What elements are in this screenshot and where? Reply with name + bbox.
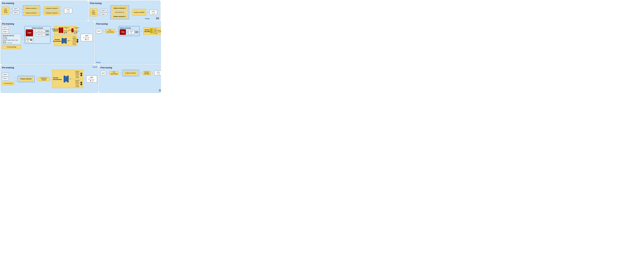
c-pretrain-content: Input 2 Input 1 Pre-processing → → Featu… xyxy=(2,70,97,88)
b-mlp-label: MLP xyxy=(69,29,72,31)
b-proj2: Projection 2 (Bsize, P) xyxy=(59,27,69,33)
c-mlp-label: MLP xyxy=(69,78,72,80)
c-loss-box: Loss L = L_u − βL_d xyxy=(86,75,97,83)
b-fixed-label: Fixed xyxy=(96,61,100,63)
a-arr-pn-col: → → xyxy=(41,8,43,13)
b-dd-inner: MLP → Pred. domain label (S_hat) (Bsize,… xyxy=(62,36,78,45)
c-dd-inner: MLP → Domain logits 2 (S_hat) (Bsize, |c… xyxy=(64,71,82,87)
c-dd-box: Domain discriminator MLP → xyxy=(52,70,83,88)
bf-latent: Latent rep. xyxy=(128,30,134,34)
b-mlp-bars xyxy=(62,38,66,44)
bf-preprocess: Pre-processing xyxy=(105,29,115,33)
c-finetune-content: Input* → Pre-processing → Feature extrac… xyxy=(100,70,161,76)
a-pn-group: Projection network 2 Projection network … xyxy=(44,6,60,15)
b-cylinders2 xyxy=(59,27,63,33)
label-a: (a) xyxy=(156,17,159,19)
arrow-to-input1: → xyxy=(10,11,12,13)
a-loss-box: Loss L_u xyxy=(64,8,72,13)
b-fe-inner: CNN → Latent rep. 2 Latent r xyxy=(26,29,49,36)
cf-loss-box: Loss L_a xyxy=(154,70,161,75)
c-input1: Input 1 xyxy=(2,77,9,80)
b-latent1: Latent rep. 1 xyxy=(36,33,49,36)
af-fe-group: Feature extractor 2 Fused latent rep. Fe… xyxy=(110,5,129,19)
a-input1-row: → Input 1 xyxy=(10,11,19,14)
a-fe-group: Feature extractor 2 Feature extractor 1 xyxy=(23,5,40,16)
c-preprocess: Pre-processing xyxy=(2,82,14,85)
cf-fe-box: Feature extractor xyxy=(122,70,139,76)
af-input1: Input 1 xyxy=(100,13,107,16)
a-finetune-content: Pre- proce- ssing → Input 2 → Input 1 → xyxy=(90,5,159,19)
b-input2-row: Input 2 xyxy=(2,26,21,29)
b-proj1: Projection 1 (Bsize, P) xyxy=(72,27,79,33)
bf-gc-box: Gesture classifier Pred. class label (Y_… xyxy=(143,27,161,35)
af-arr-fe: → xyxy=(108,11,110,13)
c-fixed-label: Fixed xyxy=(92,66,97,68)
af-fe1: Feature extractor 1 xyxy=(111,15,128,18)
a-fixed-label: Fixed xyxy=(145,18,150,19)
c-pn: Projection network xyxy=(38,77,50,81)
title-a-pretrain: Pre-training xyxy=(2,2,86,4)
title-c-pretrain: Pre-training xyxy=(2,66,97,69)
title-b-pretrain: Pre-training xyxy=(2,23,93,25)
b-latent2: Latent rep. 2 xyxy=(36,29,49,33)
cf-input: Input* xyxy=(100,71,106,75)
arrow-to-input2: → xyxy=(10,8,12,10)
b-inputs: Input 2 Input 1 xyxy=(2,26,21,33)
b-dots2 xyxy=(46,30,49,32)
a-input1: Input 1 xyxy=(12,11,19,14)
arr-pn1: → xyxy=(41,11,43,13)
c-fe: Feature extractor xyxy=(19,77,33,81)
bf-mlp-layers xyxy=(150,28,154,33)
cf-loss-sym: L_a xyxy=(156,73,161,75)
a-fe2: Feature extractor 2 xyxy=(24,6,39,10)
bf-cnn: CNN xyxy=(120,29,126,35)
b-latents: Latent rep. 2 Latent rep. 1 xyxy=(36,29,49,36)
b-input-type-box: Input type under test csi_abs csi_ang Ra… xyxy=(2,34,21,44)
panel-a-finetune: Fine-tuning Pre- proce- ssing → Input 2 … xyxy=(88,0,160,21)
title-c-finetune: Fine-tuning xyxy=(100,66,161,69)
af-fe2: Feature extractor 2 xyxy=(111,6,128,10)
cf-preprocess: Pre-processing xyxy=(110,71,118,75)
panel-c-pretrain: Pre-training Input 2 Input 1 Pre-process… xyxy=(0,65,98,93)
b-mlp-text: MLP xyxy=(68,40,70,41)
b-loss-eq: L = L_u − βL_d xyxy=(82,37,92,40)
a-arrow-fe-col: → → xyxy=(20,8,22,13)
c-loss-eq: L = L_u − βL_d xyxy=(87,78,96,82)
af-loss-box: Loss L_a xyxy=(150,10,157,15)
b-pd-col: Projection network Projection 2 (Bsize, … xyxy=(54,26,77,46)
af-loss-sym: L_a xyxy=(151,12,156,14)
b-fe-group: Feature extractor CNN → Latent rep. 2 xyxy=(24,26,50,44)
b-fused-row: Fused latent rep. xyxy=(26,37,49,42)
b-input2: Input 2 xyxy=(2,26,9,29)
bf-fe-group: Feature extractor CNN → Latent rep. xyxy=(118,26,140,36)
a-input2-row: → Input 2 xyxy=(10,7,19,10)
b-pn-box: Projection network Projection 2 (Bsize, … xyxy=(54,26,77,34)
b-dots1 xyxy=(46,33,49,36)
af-inputs: → Input 2 → Input 1 xyxy=(98,9,107,16)
row-c: Pre-training Input 2 Input 1 Pre-process… xyxy=(0,65,160,93)
b-loss-box: Loss L = L_u − βL_d xyxy=(81,34,92,41)
a-pn2: Projection network 2 xyxy=(44,6,60,10)
cf-gesture: Gesture classifier xyxy=(143,71,151,75)
panel-c-finetune: Fine-tuning Input* → Pre-processing → Fe… xyxy=(99,65,161,93)
arr-loss-a: → xyxy=(62,10,63,11)
row-b: Pre-training Input 2 Input 1 Input ty xyxy=(0,21,160,64)
c-fe-box: Feature extractor xyxy=(18,76,34,82)
af-preprocess: Pre- proce- ssing xyxy=(90,8,97,16)
b-fused-box: Fused latent rep. xyxy=(26,37,33,42)
b-cylinders1 xyxy=(72,28,74,32)
label-c: (c) xyxy=(159,89,161,92)
title-b-finetune: Fine-tuning xyxy=(96,23,161,25)
a-input2: Input 2 xyxy=(12,7,19,10)
af-input2-row: → Input 2 xyxy=(98,9,107,12)
c-mlp-bars xyxy=(64,76,69,82)
arr-fe2: → xyxy=(20,8,22,10)
bf-input: Input* xyxy=(96,29,102,33)
b-finetune-content: Input* → Pre-processing → Feature extrac… xyxy=(96,26,161,36)
c-inputs-col: Input 2 Input 1 Pre-processing xyxy=(2,73,14,85)
b-cnn: CNN xyxy=(26,29,33,36)
a-pn1: Projection network 1 xyxy=(44,11,60,15)
row-a: Pre-training Pre- proce- ssing → Input 2… xyxy=(0,0,160,21)
b-arr-fe: → → xyxy=(22,35,24,40)
af-input1-row: → Input 1 xyxy=(98,13,107,16)
